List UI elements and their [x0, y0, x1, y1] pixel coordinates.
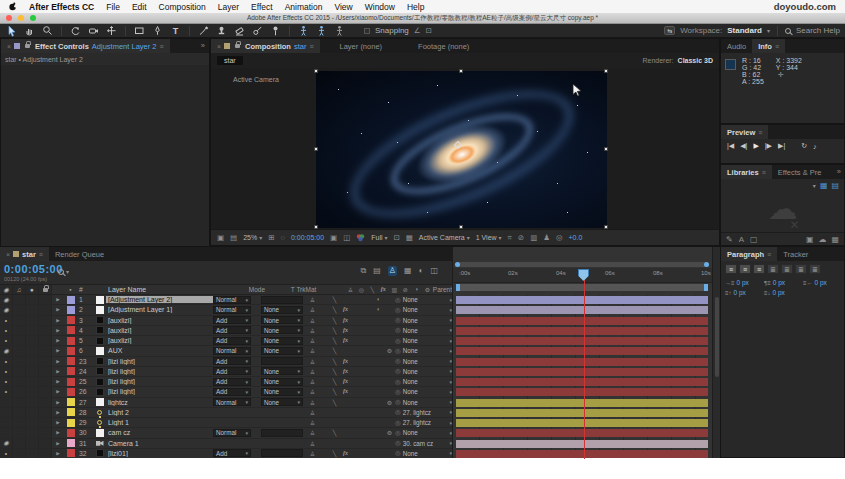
video-eye-toggle[interactable]: • — [0, 387, 13, 396]
expand-arrow-icon[interactable]: ▶ — [52, 430, 64, 435]
parent-dropdown[interactable]: ◎None▾ — [395, 429, 452, 437]
video-eye-toggle[interactable] — [0, 428, 13, 437]
label-color-swatch[interactable] — [64, 429, 77, 437]
audio-toggle[interactable] — [13, 398, 26, 407]
layer-switches[interactable]: ♙ ╲ fx — [307, 450, 395, 457]
composition-viewport[interactable]: Active Camera — [211, 68, 719, 229]
blend-mode-dropdown[interactable]: Normal▾ — [213, 398, 251, 406]
tab-libraries[interactable]: Libraries≡ — [721, 165, 772, 179]
table-row[interactable]: ◉ ▶ 1 [Adjustment Layer 2] Normal▾ ▾ ♙ ╲… — [0, 295, 452, 305]
table-row[interactable]: ◉ ▶ 2 [Adjustment Layer 1] Normal▾ None▾… — [0, 305, 452, 315]
label-color-swatch[interactable] — [64, 316, 77, 324]
adjustment-toggle[interactable] — [373, 327, 384, 334]
effect-controls-breadcrumb[interactable]: star • Adjustment Layer 2 — [1, 53, 209, 65]
pickwhip-icon[interactable]: ◎ — [395, 419, 401, 427]
mask-visibility-icon[interactable]: ◌ — [280, 233, 284, 242]
layer-name[interactable]: [lizi light] — [106, 368, 213, 375]
effects-toggle[interactable]: fx — [340, 368, 351, 375]
solo-toggle[interactable] — [26, 449, 39, 458]
threed-toggle[interactable] — [384, 419, 395, 426]
frame-blend-toggle[interactable] — [351, 429, 362, 436]
pickwhip-icon[interactable]: ◎ — [395, 408, 401, 416]
quality-toggle[interactable]: ╲ — [329, 388, 340, 395]
menu-file[interactable]: File — [106, 2, 120, 12]
collapse-toggle[interactable] — [318, 450, 329, 457]
show-snapshot-icon[interactable]: ◫ — [343, 233, 350, 242]
expand-arrow-icon[interactable]: ▶ — [52, 359, 64, 364]
snap-frame-icon[interactable]: ⊡ — [426, 26, 432, 35]
collapse-toggle[interactable] — [318, 317, 329, 324]
shy-toggle[interactable]: ♙ — [307, 388, 318, 395]
layer-duration-bar[interactable] — [456, 316, 708, 326]
quality-toggle[interactable]: ╲ — [329, 429, 340, 436]
effects-toggle[interactable] — [340, 296, 351, 303]
shy-toggle[interactable]: ♙ — [307, 358, 318, 365]
pickwhip-icon[interactable]: ◎ — [395, 306, 401, 314]
audio-toggle[interactable] — [13, 316, 26, 325]
collapse-toggle[interactable] — [318, 419, 329, 426]
pickwhip-icon[interactable]: ◎ — [395, 316, 401, 324]
pickwhip-icon[interactable]: ◎ — [395, 296, 401, 304]
layer-name[interactable]: Light 1 — [106, 419, 213, 426]
snapping-checkbox[interactable] — [364, 28, 370, 34]
shy-toggle[interactable]: ♙ — [307, 429, 318, 436]
adjustment-toggle[interactable] — [373, 378, 384, 385]
threed-toggle[interactable]: ⚙ — [384, 429, 395, 436]
parent-dropdown[interactable]: ◎30. cam cz▾ — [395, 439, 452, 447]
workspace-caret-icon[interactable]: ▾ — [767, 27, 770, 34]
table-row[interactable]: • ▶ 4 [auxlizi] Add▾ None▾ ♙ ╲ fx ◎None▾ — [0, 326, 452, 336]
effects-toggle[interactable]: fx — [340, 306, 351, 313]
exposure-reset-icon[interactable]: ◎ — [556, 233, 563, 242]
align-center-button[interactable]: ≡ — [739, 264, 751, 274]
layer-switches[interactable]: ♙ ╲ fx — [307, 327, 395, 334]
type-tool[interactable]: T — [169, 25, 182, 37]
effects-toggle[interactable] — [340, 440, 351, 447]
expand-arrow-icon[interactable]: ▶ — [52, 307, 64, 312]
trkmat-dropdown[interactable]: ▾ — [261, 449, 303, 457]
layer-name[interactable]: [auxlizi] — [106, 337, 213, 344]
layer-duration-bar[interactable] — [456, 326, 708, 336]
hide-shy-icon[interactable]: ♙ — [388, 266, 397, 276]
audio-toggle[interactable] — [13, 408, 26, 417]
layer-switches[interactable]: ♙ — [307, 440, 395, 447]
parent-dropdown[interactable]: ◎None▾ — [395, 388, 452, 396]
frame-blend-toggle[interactable] — [351, 399, 362, 406]
effects-toggle[interactable]: fx — [340, 388, 351, 395]
timeline-bars[interactable] — [456, 295, 708, 459]
lock-toggle[interactable] — [39, 336, 52, 345]
trkmat-column-label[interactable]: T TrkMat — [291, 286, 345, 293]
panel-menu-icon[interactable]: ≡ — [159, 43, 163, 50]
layer-switches[interactable]: ♙ ╲ fx — [307, 378, 395, 385]
pickwhip-icon[interactable]: ◎ — [395, 367, 401, 375]
timeline-scrollbar[interactable] — [712, 247, 720, 459]
apple-menu-icon[interactable] — [9, 2, 17, 11]
justify-last-center-button[interactable]: ≣ — [781, 264, 793, 274]
layer-switches[interactable]: ♙ ╲ ◐ — [307, 296, 395, 303]
solo-toggle[interactable] — [26, 295, 39, 304]
fast-preview-icon[interactable]: ⊘ — [518, 233, 524, 242]
renderer-info[interactable]: Renderer:Classic 3D — [642, 57, 713, 64]
align-right-button[interactable]: ≡ — [753, 264, 765, 274]
solo-toggle[interactable] — [26, 387, 39, 396]
resolution-dropdown[interactable]: Full ▾ — [371, 234, 387, 241]
close-tab-icon[interactable]: × — [6, 251, 10, 258]
video-eye-toggle[interactable] — [0, 418, 13, 427]
layer-name[interactable]: lightcz — [106, 399, 213, 406]
solo-toggle[interactable] — [26, 398, 39, 407]
layer-name[interactable]: AUX — [106, 347, 213, 354]
layer-name[interactable]: [auxlizi] — [106, 317, 213, 324]
threed-toggle[interactable]: ⚙ — [384, 399, 395, 406]
pixel-aspect-icon[interactable]: ⌗ — [508, 233, 512, 243]
tab-effect-controls[interactable]: × Effect Controls Adjustment Layer 2 ≡ — [1, 39, 170, 53]
expand-arrow-icon[interactable]: ▶ — [52, 420, 64, 425]
shy-toggle[interactable]: ♙ — [307, 347, 318, 354]
threed-toggle[interactable] — [384, 358, 395, 365]
audio-mute-icon[interactable]: ♪ — [813, 143, 817, 150]
shy-toggle[interactable]: ♙ — [307, 337, 318, 344]
quality-toggle[interactable]: ╲ — [329, 306, 340, 313]
pickwhip-icon[interactable]: ◎ — [395, 357, 401, 365]
threed-toggle[interactable]: ⚙ — [384, 347, 395, 354]
solo-toggle[interactable] — [26, 336, 39, 345]
pickwhip-icon[interactable]: ◎ — [395, 429, 401, 437]
expand-arrow-icon[interactable]: ▶ — [52, 410, 64, 415]
